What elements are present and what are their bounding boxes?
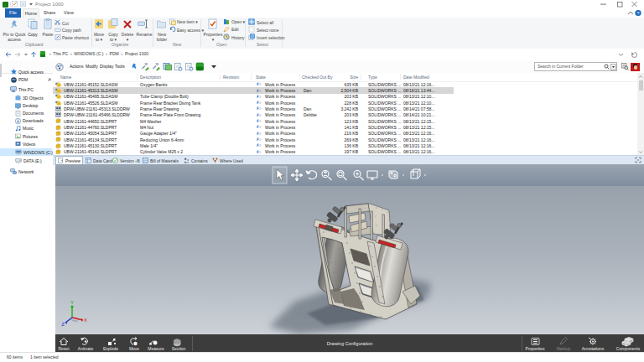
svg-text:Y: Y	[70, 300, 74, 305]
svg-text:Measure: Measure	[148, 346, 164, 351]
svg-text:Z: Z	[61, 322, 65, 327]
svg-text:Explode: Explode	[103, 346, 118, 351]
svg-text:Section: Section	[172, 346, 186, 351]
svg-text:Markup: Markup	[557, 346, 571, 351]
svg-text:X: X	[84, 318, 87, 323]
svg-text:Components: Components	[616, 346, 641, 351]
svg-text:Reset: Reset	[58, 346, 70, 351]
svg-text:Annotations: Annotations	[582, 346, 605, 351]
svg-text:Properties: Properties	[526, 346, 545, 351]
svg-text:Drawing Configuration: Drawing Configuration	[327, 341, 372, 346]
svg-text:Animate: Animate	[78, 346, 94, 351]
svg-text:Move: Move	[129, 346, 139, 351]
